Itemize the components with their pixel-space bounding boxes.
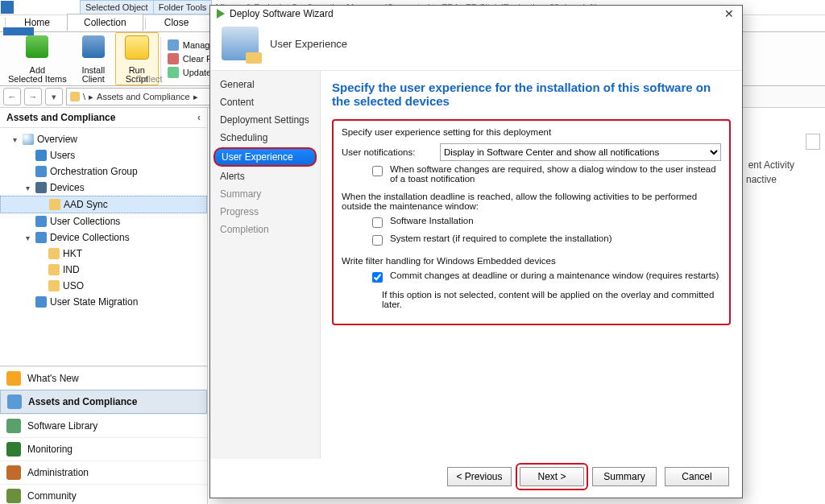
tree-panel-title: Assets and Compliance ‹ — [0, 108, 207, 128]
folder-icon — [48, 248, 60, 259]
selected-object-tab[interactable]: Selected Object — [80, 0, 154, 14]
cancel-button[interactable]: Cancel — [665, 467, 729, 486]
script-icon — [125, 35, 149, 60]
users-icon — [35, 150, 47, 161]
pane-monitoring[interactable]: Monitoring — [0, 437, 207, 461]
previous-button[interactable]: < Previous — [447, 467, 512, 486]
deadline-paragraph: When the installation deadline is reache… — [342, 192, 721, 211]
folder-tools-tab[interactable]: Folder Tools — [154, 0, 213, 14]
folder-icon — [48, 280, 60, 291]
pane-software-library[interactable]: Software Library — [0, 414, 207, 437]
install-icon — [82, 35, 105, 58]
summary-button[interactable]: Summary — [592, 467, 657, 486]
tree-device-collections[interactable]: ▾Device Collections — [0, 229, 207, 246]
admin-icon — [6, 465, 21, 480]
folder-icon — [49, 199, 60, 210]
dialog-window-checkbox[interactable] — [372, 166, 383, 176]
next-button[interactable]: Next > — [520, 467, 584, 486]
ribbon-tab-collection[interactable]: Collection — [67, 14, 143, 31]
dialog-titlebar: Deploy Software Wizard ✕ — [210, 6, 742, 22]
context-tool-tabs: Selected Object Folder Tools — [80, 0, 212, 14]
settings-highlight-frame: Specify user experience setting for this… — [332, 119, 731, 325]
pxe-icon — [168, 53, 179, 64]
dialog-title: Deploy Software Wizard — [230, 8, 334, 19]
folder-icon — [48, 264, 60, 275]
step-deployment-settings[interactable]: Deployment Settings — [210, 111, 320, 129]
wizard-steps: General Content Deployment Settings Sche… — [210, 71, 321, 459]
dialog-header-text: User Experience — [270, 38, 347, 50]
dialog-header: User Experience — [210, 22, 742, 71]
star-icon — [6, 371, 21, 386]
nav-back-button[interactable]: ← — [3, 88, 21, 105]
pane-community[interactable]: Community — [0, 484, 207, 504]
step-content[interactable]: Content — [210, 93, 320, 111]
user-notifications-select[interactable]: Display in Software Center and show all … — [440, 143, 721, 161]
system-restart-checkbox[interactable] — [372, 235, 383, 246]
step-summary[interactable]: Summary — [210, 185, 320, 203]
add-selected-items-button[interactable]: Add Selected Items — [3, 32, 72, 85]
commit-changes-label: Commit changes at deadline or during a m… — [390, 271, 719, 280]
write-filter-paragraph: Write filter handling for Windows Embedd… — [342, 256, 721, 266]
tree-orchestration[interactable]: Orchestration Group — [0, 163, 207, 180]
community-icon — [6, 489, 21, 503]
step-completion[interactable]: Completion — [210, 221, 320, 238]
wizard-icon — [217, 9, 225, 19]
tree-user-collections[interactable]: User Collections — [0, 213, 207, 229]
nav-forward-button[interactable]: → — [24, 88, 42, 105]
step-alerts[interactable]: Alerts — [210, 167, 320, 185]
tree-hkt[interactable]: HKT — [0, 246, 207, 262]
plus-icon — [26, 35, 48, 58]
cell-inactive: nactive — [746, 174, 777, 185]
membership-icon — [168, 67, 179, 78]
tree-uso[interactable]: USO — [0, 278, 207, 294]
system-menu-icon[interactable] — [1, 1, 14, 14]
tree-overview[interactable]: ▾Overview — [0, 131, 207, 147]
library-icon — [6, 419, 21, 433]
tree-users[interactable]: Users — [0, 147, 207, 163]
nav-history-button[interactable]: ▾ — [45, 88, 63, 105]
commit-hint: If this option is not selected, content … — [382, 290, 721, 309]
deploy-software-wizard: Deploy Software Wizard ✕ User Experience… — [209, 5, 743, 498]
software-install-checkbox[interactable] — [372, 217, 383, 228]
workspace-selector: What's New Assets and Compliance Softwar… — [0, 366, 207, 504]
page-title: Specify the user experience for the inst… — [332, 81, 731, 108]
system-restart-label: System restart (if required to complete … — [390, 233, 611, 243]
state-icon — [35, 296, 47, 308]
home-icon — [23, 134, 34, 145]
orchestration-icon — [35, 166, 47, 177]
install-client-button[interactable]: Install Client — [72, 32, 115, 85]
step-general[interactable]: General — [210, 76, 320, 93]
tree-aadsync[interactable]: AAD Sync — [0, 196, 207, 213]
pane-whats-new[interactable]: What's New — [0, 366, 207, 390]
user-notifications-label: User notifications: — [342, 147, 432, 157]
step-user-experience[interactable]: User Experience — [214, 147, 317, 167]
devices-icon — [35, 182, 47, 193]
step-progress[interactable]: Progress — [210, 203, 320, 221]
commit-changes-checkbox[interactable] — [372, 272, 383, 283]
wizard-page: Specify the user experience for the inst… — [321, 71, 742, 459]
monitoring-icon — [6, 442, 21, 456]
file-menu-button[interactable] — [3, 27, 34, 35]
dev-coll-icon — [35, 232, 47, 243]
folder-icon — [70, 92, 80, 101]
chevron-left-icon[interactable]: ‹ — [197, 112, 201, 123]
user-coll-icon — [35, 216, 47, 227]
computer-icon — [222, 27, 259, 60]
ribbon-group-label: Collect — [135, 74, 163, 84]
software-install-label: Software Installation — [390, 216, 474, 225]
close-button[interactable]: ✕ — [721, 7, 737, 20]
navigation-tree: ▾Overview Users Orchestration Group ▾Dev… — [0, 128, 207, 366]
tree-devices[interactable]: ▾Devices — [0, 180, 207, 196]
step-scheduling[interactable]: Scheduling — [210, 129, 320, 147]
assets-icon — [7, 395, 22, 409]
ribbon-tab-close[interactable]: Close — [147, 14, 206, 31]
pane-administration[interactable]: Administration — [0, 461, 207, 484]
tree-usm[interactable]: User State Migration — [0, 294, 207, 310]
search-input[interactable] — [806, 134, 820, 150]
pane-assets-compliance[interactable]: Assets and Compliance — [0, 390, 207, 414]
column-header-clientactivity[interactable]: ent Activity — [748, 159, 794, 171]
tree-ind[interactable]: IND — [0, 262, 207, 278]
page-instruction: Specify user experience setting for this… — [342, 127, 721, 137]
affinity-icon — [168, 39, 179, 51]
dialog-window-label: When software changes are required, show… — [390, 164, 721, 184]
